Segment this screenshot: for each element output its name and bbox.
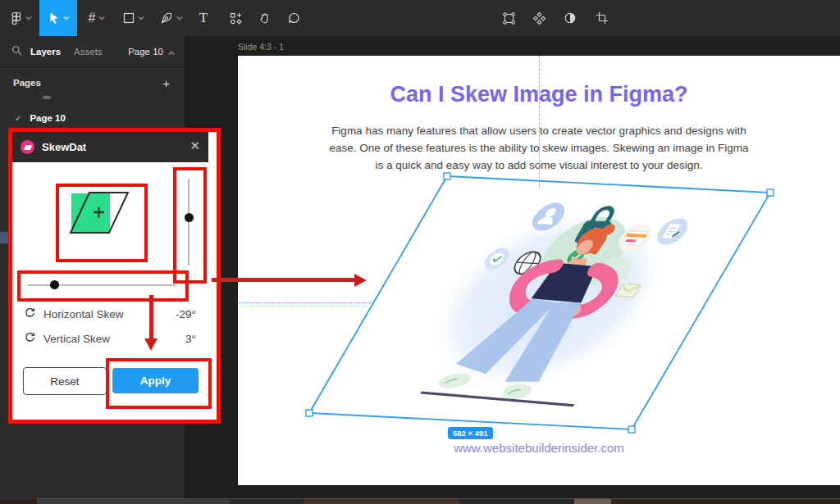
close-icon[interactable]: ✕ [189, 138, 200, 153]
vertical-skew-slider[interactable] [188, 179, 189, 266]
figma-app-window: # T [0, 0, 840, 504]
skew-preview[interactable] [59, 187, 138, 252]
skewdat-plugin-dialog: SkewDat ✕ Ho [8, 128, 221, 424]
bottom-strip [611, 499, 840, 504]
horizontal-slider-thumb[interactable] [50, 280, 59, 289]
website-url-text[interactable]: www.websitebuilderinsider.com [238, 441, 840, 455]
selection-handle-top-left[interactable] [444, 173, 450, 179]
sync-icon[interactable] [25, 332, 35, 345]
red-arrow-to-apply [144, 295, 158, 351]
apply-button-annotation-box [106, 358, 212, 409]
selection-handle-bottom-left[interactable] [306, 410, 313, 416]
selection-handle-bottom-right[interactable] [628, 426, 635, 433]
reset-button[interactable]: Reset [23, 367, 107, 395]
vertical-slider-thumb[interactable] [185, 213, 194, 222]
selection-outline[interactable] [309, 176, 770, 429]
horizontal-skew-label: Horizontal Skew [43, 308, 124, 320]
vertical-skew-label: Vertical Skew [43, 333, 110, 345]
red-arrow-to-canvas [212, 274, 368, 287]
plugin-title: SkewDat [42, 141, 86, 153]
plugin-header[interactable]: SkewDat ✕ [12, 132, 208, 162]
vertical-skew-row: Vertical Skew 3° [25, 329, 196, 347]
bottom-strip [230, 499, 304, 504]
bottom-strip [0, 499, 37, 504]
horizontal-skew-value: -29° [176, 308, 196, 320]
sync-icon[interactable] [25, 307, 35, 320]
bottom-strip [459, 499, 574, 504]
horizontal-skew-row: Horizontal Skew -29° [25, 305, 196, 323]
selection-handle-top-right[interactable] [767, 189, 774, 196]
vertical-slider-annotation-box [173, 167, 207, 284]
bottom-strip [37, 499, 230, 504]
skewdat-plugin-icon [21, 140, 34, 154]
skew-preview-annotation-box [56, 184, 148, 262]
bottom-strip [304, 499, 459, 504]
horizontal-slider-annotation-box [17, 270, 189, 302]
selection-size-badge: 582 × 491 [448, 427, 493, 439]
vertical-skew-value: 3° [185, 333, 196, 345]
bottom-strip [574, 499, 611, 504]
